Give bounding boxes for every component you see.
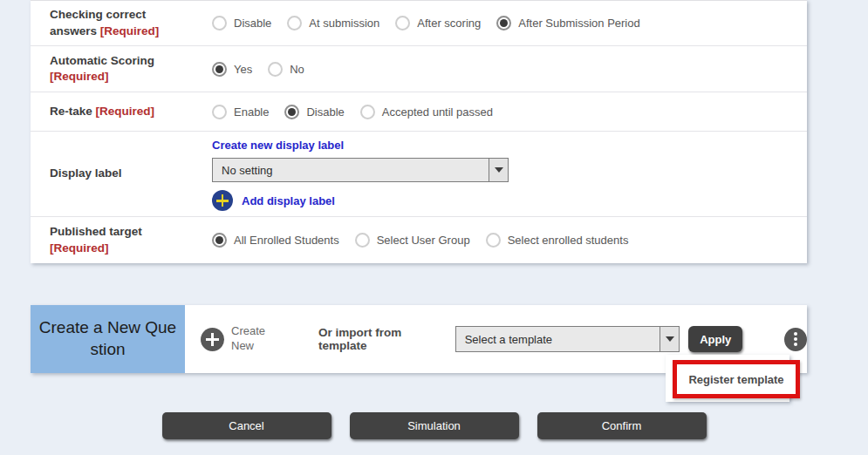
row-label-text: Display label [50,166,122,180]
radio-accepted-until-passed[interactable]: Accepted until passed [360,105,493,119]
settings-panel: Checking correct answers [Required] Disa… [31,0,807,263]
radio-icon [395,16,410,31]
radio-label: After scoring [417,17,481,30]
radio-label: Disable [234,17,271,30]
radio-group: Enable Disable Accepted until passed [212,105,509,119]
radio-label: Select User Group [377,234,470,247]
chevron-down-icon[interactable] [660,327,679,351]
simulation-button[interactable]: Simulation [350,412,519,439]
radio-label: Disable [306,105,344,119]
radio-icon [212,62,227,77]
chevron-down-icon[interactable] [489,159,508,181]
radio-after-submission-period[interactable]: After Submission Period [496,16,639,31]
section-title: Create a New Question [31,305,185,373]
radio-icon [284,105,299,119]
radio-at-submission[interactable]: At submission [287,16,379,31]
radio-group: All Enrolled Students Select User Group … [212,233,644,248]
create-new-label: Create New [231,324,273,354]
confirm-button[interactable]: Confirm [537,412,707,439]
select-value: Select a template [456,327,660,351]
row-label: Automatic Scoring [Required] [50,53,182,85]
radio-disable-retake[interactable]: Disable [284,105,344,119]
radio-icon [212,16,227,31]
create-new-display-label-link[interactable]: Create new display label [212,139,344,152]
import-from-template-label: Or import from template [318,326,448,352]
radio-icon [360,105,375,119]
radio-disable[interactable]: Disable [212,16,271,31]
annotation-highlight: Register template [673,360,800,398]
triangle-glyph [495,167,503,173]
radio-group: Disable At submission After scoring Afte… [212,16,656,31]
radio-label: Select enrolled students [508,234,629,247]
kebab-menu-icon[interactable] [784,328,807,351]
row-label: Published target [Required] [50,224,182,255]
radio-icon [212,233,227,248]
radio-icon [496,16,511,31]
add-display-label-link[interactable]: Add display label [242,194,335,207]
form-row-display-label: Display label Create new display label N… [31,132,807,217]
radio-group: Yes No [212,62,320,77]
radio-label: After Submission Period [518,17,639,30]
select-value: No setting [213,159,489,181]
radio-icon [212,105,227,119]
form-row-published-target: Published target [Required] All Enrolled… [31,217,807,263]
required-badge: [Required] [100,24,160,37]
radio-label: Yes [234,63,252,76]
plus-icon [201,328,224,351]
row-label: Display label [50,166,182,181]
display-label-controls: Create new display label No setting Add … [212,137,509,211]
triangle-glyph [666,336,674,342]
required-badge: [Required] [50,241,109,255]
radio-yes[interactable]: Yes [212,62,252,77]
row-label-text: Automatic Scoring [50,54,154,67]
radio-label: Accepted until passed [382,105,493,119]
create-new-button[interactable]: Create New [201,324,273,354]
row-label-text: Re-take [50,105,92,118]
radio-icon [486,233,501,248]
radio-label: No [290,63,304,76]
row-label: Checking correct answers [Required] [50,7,182,38]
required-badge: [Required] [96,105,155,118]
required-badge: [Required] [50,70,109,83]
cancel-button[interactable]: Cancel [162,412,331,439]
radio-label: All Enrolled Students [234,234,339,247]
form-row-checking-correct-answers: Checking correct answers [Required] Disa… [31,1,807,46]
row-label-text: Published target [50,225,142,238]
display-label-select[interactable]: No setting [212,158,509,182]
radio-select-user-group[interactable]: Select User Group [355,233,470,248]
footer-actions: Cancel Simulation Confirm [0,412,868,439]
radio-select-enrolled-students[interactable]: Select enrolled students [486,233,629,248]
radio-icon [287,16,302,31]
radio-enable[interactable]: Enable [212,105,269,119]
template-select[interactable]: Select a template [455,326,680,352]
radio-label: At submission [309,17,379,30]
add-display-label[interactable]: Add display label [212,190,509,211]
radio-all-enrolled-students[interactable]: All Enrolled Students [212,233,339,248]
radio-no[interactable]: No [268,62,304,77]
plus-icon [212,190,233,211]
radio-icon [355,233,370,248]
radio-label: Enable [234,105,269,119]
radio-icon [268,62,283,77]
register-template-menu-item[interactable]: Register template [688,373,783,386]
form-row-automatic-scoring: Automatic Scoring [Required] Yes No [31,46,807,92]
radio-after-scoring[interactable]: After scoring [395,16,481,31]
apply-button[interactable]: Apply [688,326,742,352]
form-row-retake: Re-take [Required] Enable Disable Accept… [31,92,807,132]
row-label: Re-take [Required] [50,104,182,119]
